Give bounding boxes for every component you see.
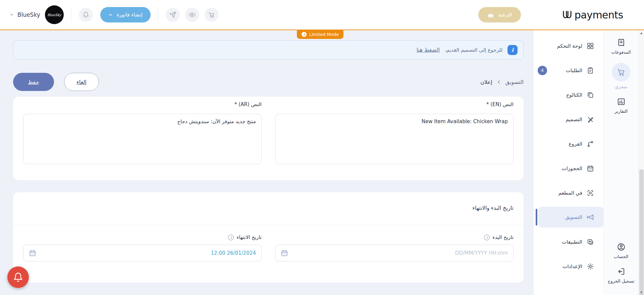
upgrade-label: الترقية: [498, 12, 512, 18]
sidebar-item-reservations[interactable]: الحجوزات: [534, 156, 603, 181]
sidebar-item-label: التصميم: [566, 116, 582, 122]
start-date-input[interactable]: [292, 250, 508, 256]
scrollbar-up-arrow[interactable]: ▲: [639, 30, 644, 36]
chevron-down-icon: [108, 13, 113, 17]
chevron-down-icon[interactable]: [9, 12, 14, 17]
sidebar-item-label: التطبيقات: [562, 239, 582, 245]
toolbar: التسويق إعلان إلغاء حفظ: [13, 73, 524, 91]
orders-clipboard-icon: [587, 67, 594, 74]
sidebar-item-catalog[interactable]: الكتالوج: [534, 83, 603, 107]
sidebar-item-branches[interactable]: الفروع: [534, 132, 603, 156]
calendar-field-icon[interactable]: [29, 249, 36, 257]
sidebar-item-label: الفروع: [569, 141, 582, 147]
logout-icon: [617, 267, 626, 276]
account-user-icon: [617, 243, 626, 251]
sidebar-item-dashboard[interactable]: لوحة التحكم: [534, 34, 603, 58]
sidebar-item-label: الطلبات: [566, 67, 582, 73]
top-header: BlueSky BlueSky إنشاء فاتورة الترقية pay…: [0, 0, 644, 30]
notifications-button[interactable]: [79, 8, 93, 22]
workspace-name[interactable]: BlueSky: [17, 11, 40, 18]
dashboard-grid-icon: [587, 42, 594, 50]
dates-heading: تاريخ البدء والانتهاء: [23, 192, 514, 225]
sidebar-item-label: في المطعم: [558, 190, 582, 196]
breadcrumb-current: إعلان: [480, 79, 492, 85]
marketing-megaphone-icon: [587, 213, 594, 221]
ad-text-card: النص (EN) * New Item Available: Chicken …: [13, 97, 524, 180]
info-icon: i: [507, 45, 518, 55]
scrollbar-down-arrow[interactable]: ▼: [639, 290, 644, 295]
rail-item-label: تسجيل الخروج: [608, 279, 634, 284]
calendar-field-icon[interactable]: [281, 249, 288, 257]
bell-icon: [83, 11, 89, 18]
rail-item-label: متجري: [615, 84, 627, 89]
storefront-cart-button[interactable]: [205, 8, 219, 22]
create-invoice-label: إنشاء فاتورة: [117, 12, 143, 18]
sidebar-item-design[interactable]: التصميم: [534, 107, 603, 132]
old-design-banner: i للرجوع إلى التصميم القديم، الضغط هنا: [13, 40, 524, 59]
app-page: BlueSky BlueSky إنشاء فاتورة الترقية pay…: [0, 0, 644, 295]
header-divider: [71, 8, 71, 22]
text-ar-input[interactable]: منتج جديد متوفر الآن: سندويتش دجاج: [23, 114, 262, 164]
breadcrumb: التسويق إعلان: [480, 79, 524, 85]
rail-item-reports[interactable]: التقارير: [614, 97, 628, 114]
my-store-cart-icon: [617, 68, 626, 77]
rail-item-logout[interactable]: تسجيل الخروج: [608, 267, 634, 284]
brand-name: payments: [575, 9, 623, 21]
notification-fab-icon: [13, 272, 23, 282]
limited-mode-badge: i Limited Mode: [297, 30, 343, 39]
send-icon: [169, 11, 176, 18]
create-invoice-button[interactable]: إنشاء فاتورة: [100, 7, 151, 22]
sidebar-item-marketing[interactable]: التسويق: [538, 207, 603, 228]
push-notification-fab[interactable]: [7, 266, 29, 288]
text-ar-column: النص (AR) * منتج جديد متوفر الآن: سندويت…: [23, 101, 262, 165]
limited-mode-label: Limited Mode: [309, 32, 339, 37]
upgrade-button[interactable]: الترقية: [478, 7, 521, 22]
rail-item-payments[interactable]: المدفوعات: [611, 38, 631, 55]
page-scrollbar[interactable]: ▲ ▼: [638, 30, 644, 295]
avatar-label: BlueSky: [47, 13, 61, 17]
preview-button[interactable]: [185, 8, 199, 22]
reservations-calendar-icon: [587, 165, 594, 172]
orders-count-badge: 4: [538, 66, 547, 75]
cancel-button[interactable]: إلغاء: [64, 73, 99, 91]
breadcrumb-parent[interactable]: التسويق: [505, 79, 524, 85]
text-en-input[interactable]: New Item Available: Chicken Wrap: [275, 114, 514, 164]
sidebar-item-orders[interactable]: الطلبات 4: [534, 58, 603, 83]
sidebar-item-apps[interactable]: التطبيقات: [534, 230, 603, 254]
rail-item-account[interactable]: الحساب: [614, 243, 629, 259]
rail-item-my-store[interactable]: متجري: [612, 63, 631, 89]
scrollbar-thumb[interactable]: [639, 169, 644, 295]
end-date-input[interactable]: [40, 250, 256, 256]
sidebar-item-label: التسويق: [565, 214, 582, 220]
info-icon[interactable]: i: [228, 235, 234, 240]
info-icon[interactable]: i: [484, 235, 490, 240]
settings-gear-icon: [587, 263, 594, 270]
dates-card: تاريخ البدء والانتهاء تاريخ البدء i: [13, 192, 524, 283]
catalog-icon: [587, 91, 594, 99]
apps-icon: [587, 238, 594, 246]
save-button[interactable]: حفظ: [13, 73, 54, 91]
text-en-column: النص (EN) * New Item Available: Chicken …: [275, 101, 514, 165]
info-icon: i: [302, 32, 307, 37]
start-date-label: تاريخ البدء: [492, 234, 514, 240]
banner-link[interactable]: الضغط هنا: [417, 47, 440, 53]
store-avatar[interactable]: BlueSky: [45, 5, 64, 24]
text-ar-label: النص (AR) *: [23, 101, 262, 107]
end-date-label: تاريخ الانتهاء: [236, 234, 262, 240]
main-content: i Limited Mode i للرجوع إلى التصميم القد…: [0, 30, 534, 295]
workspace-switcher[interactable]: BlueSky BlueSky: [9, 5, 64, 24]
share-button[interactable]: [166, 8, 180, 22]
sidebar-item-label: الحجوزات: [562, 165, 582, 171]
sidebar-item-dine-in[interactable]: في المطعم: [534, 181, 603, 205]
sidebar-item-settings[interactable]: الإعدادات: [534, 254, 603, 279]
upayments-mark-icon: [560, 8, 574, 21]
dine-in-qr-icon: [587, 189, 594, 197]
end-date-input-wrap: [23, 245, 262, 261]
rail-item-label: المدفوعات: [611, 50, 631, 55]
rail-item-label: التقارير: [614, 109, 628, 114]
store-sidebar: لوحة التحكم الطلبات 4 الكتالوج التصميم ا…: [534, 30, 603, 295]
eye-icon: [189, 11, 196, 18]
chevron-left-icon: [496, 80, 501, 85]
app-rail: المدفوعات متجري التقارير الحساب تسجيل ال…: [603, 30, 638, 295]
active-rail-highlight: [612, 63, 631, 82]
